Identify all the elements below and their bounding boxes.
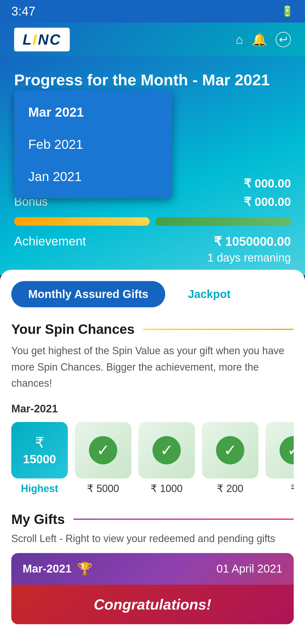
spin-item-5000: ✓ ₹ 5000 — [75, 422, 131, 495]
spin-item-partial: ✓ ₹ — [265, 422, 294, 495]
congratulations-text: Congratulations! — [23, 596, 282, 613]
spin-chances-description: You get highest of the Spin Value as you… — [11, 343, 294, 391]
baseline-value: ₹ 000.00 — [244, 177, 291, 190]
notification-icon[interactable]: 🔔 — [252, 32, 267, 47]
gift-card-month-text: Mar-2021 — [23, 562, 71, 575]
tab-jackpot[interactable]: Jackpot — [171, 281, 247, 307]
my-gifts-section: My Gifts Scroll Left - Right to view you… — [11, 512, 294, 624]
spin-item-highest: ₹ 15000 Highest — [11, 422, 68, 495]
spin-label-partial: ₹ — [291, 483, 294, 495]
progress-bar-right — [155, 217, 291, 226]
gift-card-header: Mar-2021 🏆 01 April 2021 — [11, 553, 294, 585]
check-circle-5000: ✓ — [89, 436, 117, 464]
spin-label-5000: ₹ 5000 — [87, 483, 119, 495]
dropdown-item-mar[interactable]: Mar 2021 — [14, 96, 172, 128]
check-circle-200: ✓ — [216, 436, 244, 464]
rupee-icon: ₹ — [35, 434, 44, 451]
dropdown-menu[interactable]: Mar 2021 Feb 2021 Jan 2021 — [14, 90, 172, 198]
progress-section: Progress for the Month - Mar 2021 Mar 20… — [0, 56, 305, 275]
spin-label-200: ₹ 200 — [217, 483, 243, 495]
gifts-description: Scroll Left - Right to view your redeeme… — [11, 533, 294, 545]
logo: LINC — [14, 28, 70, 51]
logout-icon[interactable]: ↩ — [276, 32, 291, 47]
spin-items-container: ₹ 15000 Highest ✓ ₹ 5000 ✓ ₹ 1000 — [11, 422, 294, 497]
status-time: 3:47 — [11, 4, 36, 18]
achievement-value: ₹ 1050000.00 — [207, 234, 291, 249]
spin-month-label: Mar-2021 — [11, 403, 294, 415]
spin-card-5000: ✓ — [75, 422, 131, 478]
battery-icon: 🔋 — [281, 5, 294, 17]
header: LINC ⌂ 🔔 ↩ — [0, 23, 305, 56]
achievement-label: Achievement — [14, 234, 86, 264]
days-remaining: 1 days remaning — [207, 251, 291, 264]
achievement-row: Achievement ₹ 1050000.00 1 days remaning — [14, 234, 291, 264]
gift-card-body: Congratulations! — [11, 585, 294, 624]
spin-chances-title: Your Spin Chances — [11, 321, 135, 337]
spin-item-200: ✓ ₹ 200 — [202, 422, 258, 495]
status-icons: 🔋 — [281, 5, 294, 17]
tabs-container: Monthly Assured Gifts Jackpot — [11, 281, 294, 307]
my-gifts-header: My Gifts — [11, 512, 294, 527]
my-gifts-line — [73, 519, 294, 520]
dropdown-item-feb[interactable]: Feb 2021 — [14, 128, 172, 160]
dropdown-item-jan[interactable]: Jan 2021 — [14, 160, 172, 193]
spin-label-highest: Highest — [21, 483, 58, 495]
check-circle-partial: ✓ — [280, 436, 294, 464]
my-gifts-title: My Gifts — [11, 512, 65, 527]
status-bar: 3:47 🔋 — [0, 0, 305, 23]
spin-card-partial: ✓ — [265, 422, 294, 478]
logo-text: LINC — [23, 31, 61, 48]
progress-bars — [14, 217, 291, 226]
progress-bar-left — [14, 217, 150, 226]
progress-title: Progress for the Month - Mar 2021 — [14, 71, 291, 89]
header-icons: ⌂ 🔔 ↩ — [236, 32, 291, 47]
trophy-icon: 🏆 — [77, 562, 93, 576]
gift-card-date: 01 April 2021 — [216, 562, 282, 575]
tab-monthly-assured-gifts[interactable]: Monthly Assured Gifts — [11, 281, 165, 307]
spin-card-1000: ✓ — [138, 422, 195, 478]
spin-chances-header: Your Spin Chances — [11, 321, 294, 337]
spin-amount-highest: 15000 — [23, 452, 56, 466]
bonus-value: ₹ 000.00 — [244, 195, 291, 209]
spin-item-1000: ✓ ₹ 1000 — [138, 422, 195, 495]
gift-card: Mar-2021 🏆 01 April 2021 Congratulations… — [11, 553, 294, 624]
spin-card-200: ✓ — [202, 422, 258, 478]
spin-chances-line — [143, 329, 294, 330]
gift-card-month: Mar-2021 🏆 — [23, 562, 93, 576]
check-circle-1000: ✓ — [152, 436, 181, 464]
spin-card-highest: ₹ 15000 — [11, 422, 68, 478]
main-card: Monthly Assured Gifts Jackpot Your Spin … — [0, 270, 305, 644]
spin-label-1000: ₹ 1000 — [151, 483, 182, 495]
spin-chances-section: Your Spin Chances You get highest of the… — [11, 321, 294, 497]
home-icon[interactable]: ⌂ — [236, 32, 243, 47]
